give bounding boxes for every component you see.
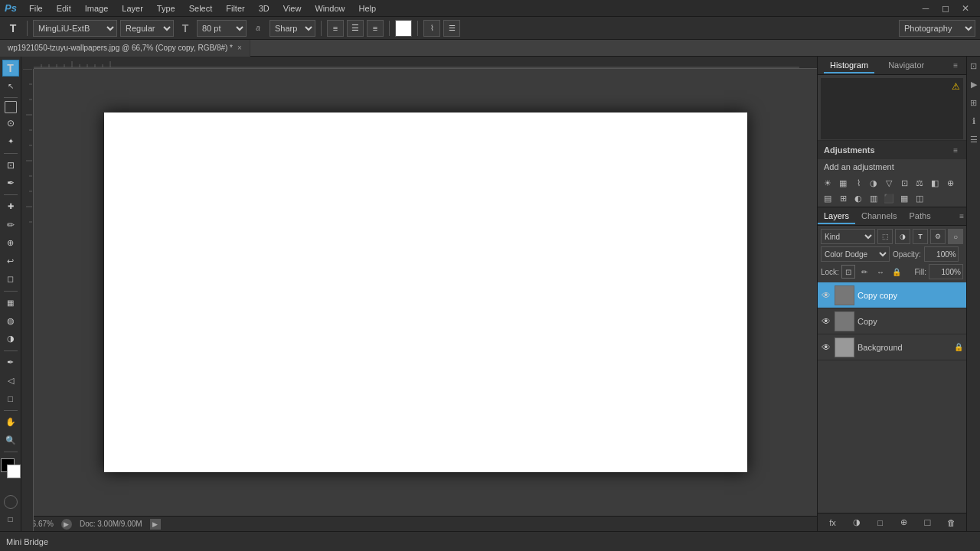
lock-all-btn[interactable]: ↔ [874, 265, 887, 279]
workspace-select[interactable]: Photography [899, 20, 975, 37]
adjustments-collapse-btn[interactable]: ≡ [951, 146, 960, 155]
type-tool-icon[interactable]: T [5, 20, 21, 37]
align-left-btn[interactable]: ≡ [327, 20, 344, 37]
lock-move-btn[interactable]: ✏ [858, 265, 871, 279]
colorlookup-adj-icon[interactable]: ⊞ [836, 191, 850, 205]
bw-adj-icon[interactable]: ◧ [928, 176, 942, 190]
mini-bridge-bar[interactable]: Mini Bridge [0, 531, 980, 551]
path-select-btn[interactable]: ◁ [2, 373, 19, 390]
layer-item-copy[interactable]: 👁 Copy [818, 308, 966, 334]
tab-paths[interactable]: Paths [903, 209, 937, 224]
colorbalance-adj-icon[interactable]: ⚖ [913, 176, 926, 190]
threshold-adj-icon[interactable]: ⬛ [882, 191, 896, 205]
levels-adj-icon[interactable]: ▦ [836, 176, 850, 190]
restore-btn[interactable]: ◻ [937, 0, 954, 17]
quick-mask-btn[interactable] [4, 495, 18, 509]
lasso-tool-btn[interactable]: ⊙ [2, 115, 19, 132]
close-btn[interactable]: ✕ [957, 0, 974, 17]
layer-adjustment-btn[interactable]: □ [874, 516, 887, 530]
filter-toggle[interactable]: ○ [948, 229, 963, 244]
clone-stamp-btn[interactable]: ⊕ [2, 235, 19, 252]
layers-collapse-btn[interactable]: ≡ [957, 212, 966, 220]
warp-text-btn[interactable]: ⌇ [423, 20, 440, 37]
tab-layers[interactable]: Layers [818, 209, 855, 224]
selectivecolor-adj-icon[interactable]: ◫ [913, 191, 926, 205]
marquee-tool-btn[interactable] [5, 101, 17, 113]
blend-mode-select[interactable]: Color Dodge [821, 246, 890, 262]
menu-filter[interactable]: Filter [220, 2, 250, 15]
hand-btn[interactable]: ✋ [2, 414, 19, 431]
menu-window[interactable]: Window [309, 2, 351, 15]
kind-filter-select[interactable]: Kind [821, 229, 875, 244]
menu-type[interactable]: Type [151, 2, 181, 15]
minimize-btn[interactable]: ─ [917, 0, 934, 17]
menu-3d[interactable]: 3D [253, 2, 276, 15]
menu-edit[interactable]: Edit [51, 2, 77, 15]
dodge-btn[interactable]: ◑ [2, 331, 19, 347]
eyedropper-btn[interactable]: ✒ [2, 174, 19, 191]
layer-fx-btn[interactable]: fx [826, 516, 840, 530]
quick-select-btn[interactable]: ✦ [2, 133, 19, 150]
side-icon3[interactable]: ⊞ [968, 96, 980, 109]
eraser-btn[interactable]: ◻ [2, 271, 19, 288]
align-center-btn[interactable]: ☰ [347, 20, 364, 37]
document-tab[interactable]: wp1921050-tzuyu-wallpapers.jpg @ 66,7% (… [0, 40, 250, 57]
opacity-input[interactable] [924, 246, 959, 262]
filter-icon3[interactable]: T [913, 229, 928, 244]
lock-full-btn[interactable]: 🔒 [890, 265, 903, 279]
layer-visibility-copy-copy[interactable]: 👁 [821, 290, 831, 301]
invert-adj-icon[interactable]: ◐ [851, 191, 865, 205]
new-layer-btn[interactable]: □ [921, 516, 935, 530]
layer-visibility-copy[interactable]: 👁 [821, 316, 831, 327]
move-tool-btn[interactable]: ↖ [2, 78, 19, 95]
zoom-btn[interactable]: 🔍 [2, 432, 19, 449]
canvas-document[interactable] [104, 112, 747, 472]
menu-view[interactable]: View [277, 2, 308, 15]
layer-visibility-background[interactable]: 👁 [821, 342, 831, 353]
channelmixer-adj-icon[interactable]: ▤ [821, 191, 835, 205]
anti-alias-select[interactable]: Sharp [270, 20, 315, 37]
menu-help[interactable]: Help [353, 2, 383, 15]
exposure-adj-icon[interactable]: ◑ [867, 176, 880, 190]
blur-btn[interactable]: ◍ [2, 312, 19, 329]
healing-brush-btn[interactable]: ✚ [2, 198, 19, 215]
text-color-swatch[interactable] [395, 20, 412, 37]
shape-btn[interactable]: □ [2, 390, 19, 407]
screen-mode-btn[interactable]: □ [2, 511, 19, 528]
history-brush-btn[interactable]: ↩ [2, 253, 19, 269]
font-style-select[interactable]: Regular [120, 20, 174, 37]
crop-tool-btn[interactable]: ⊡ [2, 157, 19, 174]
gradient-btn[interactable]: ▦ [2, 295, 19, 311]
layer-item-copy-copy[interactable]: 👁 Copy copy [818, 282, 966, 308]
histogram-collapse-btn[interactable]: ≡ [951, 61, 960, 70]
fill-input[interactable] [929, 264, 963, 279]
filter-icon1[interactable]: ⬚ [877, 229, 893, 244]
layer-mask-btn[interactable]: ◑ [850, 516, 864, 530]
layer-item-background[interactable]: 👁 Background 🔒 [818, 334, 966, 360]
brush-tool-btn[interactable]: ✏ [2, 217, 19, 233]
side-icon2[interactable]: ▶ [968, 78, 980, 90]
brightness-adj-icon[interactable]: ☀ [821, 176, 835, 190]
text-options-btn[interactable]: ☰ [443, 20, 460, 37]
vibrance-adj-icon[interactable]: ▽ [882, 176, 896, 190]
side-icon4[interactable]: ℹ [968, 115, 980, 127]
status-arrow-btn[interactable]: ▶ [150, 519, 161, 530]
tab-navigator[interactable]: Navigator [882, 58, 930, 73]
background-color[interactable] [7, 465, 21, 478]
curves-adj-icon[interactable]: ⌇ [851, 176, 865, 190]
side-icon5[interactable]: ☰ [968, 133, 980, 145]
align-right-btn[interactable]: ≡ [367, 20, 384, 37]
font-family-select[interactable]: MingLiU-ExtB [33, 20, 117, 37]
type-tool-btn[interactable]: T [2, 60, 19, 77]
tab-channels[interactable]: Channels [855, 209, 903, 224]
filter-icon2[interactable]: ◑ [895, 229, 910, 244]
filter-icon4[interactable]: ⚙ [930, 229, 946, 244]
status-expand-btn[interactable]: ▶ [61, 519, 72, 530]
posterize-adj-icon[interactable]: ▥ [867, 191, 880, 205]
lock-pixel-btn[interactable]: ⊡ [841, 265, 855, 279]
huesat-adj-icon[interactable]: ⊡ [897, 176, 911, 190]
side-icon1[interactable]: ⊡ [968, 60, 980, 72]
menu-layer[interactable]: Layer [116, 2, 149, 15]
gradient-adj-icon[interactable]: ▦ [897, 191, 911, 205]
layer-group-btn[interactable]: ⊕ [897, 516, 911, 530]
